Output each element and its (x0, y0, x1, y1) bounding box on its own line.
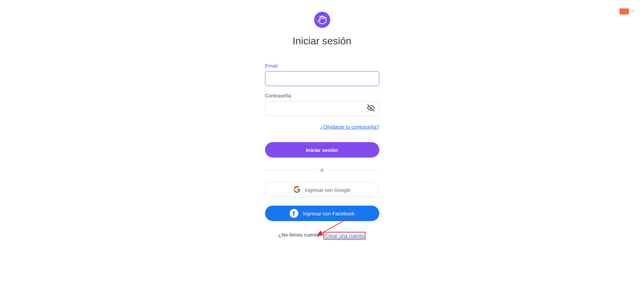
page-title: Iniciar sesión (293, 35, 351, 47)
password-group: Contraseña (265, 93, 379, 116)
forgot-password-link[interactable]: ¿Olvidaste tu contraseña? (320, 124, 379, 130)
email-label: Email (265, 63, 379, 69)
divider-line-right (328, 170, 379, 170)
facebook-icon (290, 209, 298, 218)
eye-off-icon[interactable] (367, 104, 375, 113)
email-input[interactable] (265, 71, 379, 86)
google-button-label: Ingresar con Google (305, 187, 351, 193)
facebook-login-button[interactable]: Ingresar con Facebook (265, 206, 379, 221)
login-button[interactable]: Iniciar sesión (265, 142, 379, 158)
forgot-password-row: ¿Olvidaste tu contraseña? (265, 124, 379, 130)
login-container: Iniciar sesión Email Contraseña ¿Olvidas… (265, 0, 379, 240)
google-login-button[interactable]: Ingresar con Google (265, 182, 379, 198)
password-label: Contraseña (265, 93, 379, 98)
signup-row: ¿No tienes cuenta? Crear una cuenta (278, 232, 366, 240)
no-account-text: ¿No tienes cuenta? (278, 232, 322, 240)
app-logo (314, 12, 330, 28)
google-icon (294, 186, 300, 194)
facebook-button-label: Ingresar con Facebook (303, 211, 354, 216)
flag-icon (619, 8, 629, 14)
password-input[interactable] (265, 101, 379, 116)
divider-text: ó (320, 167, 323, 173)
language-selector[interactable] (619, 8, 636, 14)
divider-line-left (265, 170, 317, 170)
divider: ó (265, 167, 379, 173)
chevron-down-icon (631, 8, 636, 14)
hand-icon (317, 15, 327, 25)
create-account-link[interactable]: Crear una cuenta (324, 232, 366, 240)
email-group: Email (265, 63, 379, 86)
